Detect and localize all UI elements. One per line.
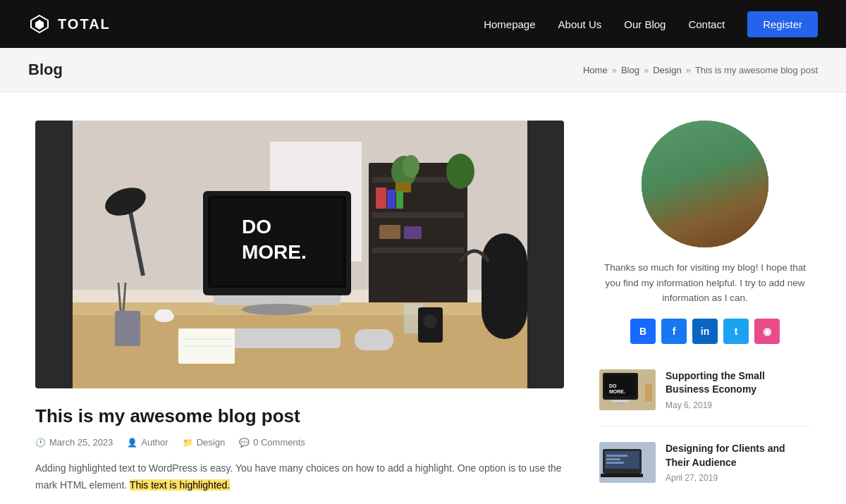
svg-rect-92: [606, 462, 624, 464]
breadcrumb-sep-1: »: [612, 65, 617, 75]
page-title: Blog: [28, 61, 63, 79]
post-author: 👤 Author: [127, 437, 168, 448]
svg-text:DO: DO: [609, 383, 617, 388]
svg-rect-85: [617, 402, 624, 404]
sidebar: Thanks so much for visiting my blog! I h…: [599, 121, 811, 504]
highlighted-text: This text is highlighted.: [130, 479, 230, 491]
breadcrumb-sep-3: »: [686, 65, 691, 75]
nav-blog[interactable]: Our Blog: [624, 18, 666, 30]
logo[interactable]: TOTAL: [28, 13, 111, 35]
breadcrumb-sep-2: »: [644, 65, 649, 75]
nav-homepage[interactable]: Homepage: [484, 18, 535, 30]
svg-rect-86: [645, 383, 652, 401]
recent-post-thumbnail-2: [599, 442, 656, 483]
post-date: 🕐 March 25, 2023: [35, 437, 113, 448]
post-title: This is my awesome blog post: [35, 405, 564, 427]
svg-marker-1: [35, 20, 44, 30]
logo-text: TOTAL: [58, 16, 111, 32]
avatar-background: [642, 121, 768, 247]
main-content: DO MORE.: [21, 92, 825, 504]
social-linkedin[interactable]: in: [692, 319, 718, 344]
nav-contact[interactable]: Contact: [688, 18, 725, 30]
svg-rect-38: [156, 309, 173, 321]
breadcrumb: Home » Blog » Design » This is my awesom…: [583, 65, 818, 75]
breadcrumb-current: This is my awesome blog post: [695, 65, 818, 75]
recent-post-title-1[interactable]: Supporting the Small Business Economy: [666, 369, 811, 397]
svg-rect-26: [214, 295, 341, 305]
clock-icon: 🕐: [35, 438, 46, 448]
recent-post-title-2[interactable]: Designing for Clients and Their Audience: [666, 442, 811, 469]
main-nav: Homepage About Us Our Blog Contact Regis…: [484, 11, 818, 37]
svg-point-44: [423, 314, 437, 328]
svg-rect-34: [115, 311, 140, 346]
thumb-1-svg: DO MORE.: [599, 369, 656, 410]
svg-rect-16: [379, 225, 400, 239]
svg-rect-42: [482, 233, 527, 339]
thumb-2-svg: [599, 442, 656, 483]
svg-rect-91: [606, 458, 620, 460]
social-behance[interactable]: B: [630, 319, 656, 344]
article-body: This is my awesome blog post 🕐 March 25,…: [35, 388, 564, 494]
recent-post-info-1: Supporting the Small Business Economy Ma…: [666, 369, 811, 410]
social-facebook[interactable]: f: [661, 319, 687, 344]
recent-post-item-2: Designing for Clients and Their Audience…: [599, 442, 811, 498]
svg-rect-93: [601, 474, 643, 477]
breadcrumb-design[interactable]: Design: [653, 65, 681, 75]
social-twitter[interactable]: t: [723, 319, 749, 344]
svg-text:MORE.: MORE.: [609, 389, 625, 394]
author-bio: Thanks so much for visiting my blog! I h…: [599, 260, 811, 306]
site-header: TOTAL Homepage About Us Our Blog Contact…: [0, 0, 846, 48]
hero-image: DO MORE.: [35, 121, 564, 388]
logo-icon: [28, 13, 51, 35]
hero-svg: DO MORE.: [73, 121, 527, 388]
register-button[interactable]: Register: [747, 11, 818, 37]
comment-icon: 💬: [239, 438, 250, 448]
breadcrumb-blog[interactable]: Blog: [621, 65, 639, 75]
svg-point-28: [242, 304, 312, 315]
author-widget: Thanks so much for visiting my blog! I h…: [599, 121, 811, 344]
social-icons: B f in t ◉: [599, 319, 811, 344]
user-icon: 👤: [127, 438, 137, 448]
recent-post-thumbnail-1: DO MORE.: [599, 369, 656, 410]
svg-point-11: [446, 154, 474, 189]
breadcrumb-home[interactable]: Home: [583, 65, 608, 75]
folder-icon: 📁: [183, 438, 193, 448]
svg-rect-30: [355, 329, 393, 350]
post-excerpt: Adding highlighted text to WordPress is …: [35, 460, 564, 494]
svg-rect-8: [372, 247, 464, 253]
svg-rect-17: [404, 226, 422, 239]
svg-point-10: [403, 155, 419, 178]
post-category: 📁 Design: [183, 437, 225, 448]
svg-rect-84: [612, 400, 629, 402]
nav-about[interactable]: About Us: [558, 18, 602, 30]
recent-posts: DO MORE. Supporting the Small Business E…: [599, 369, 811, 498]
recent-post-info-2: Designing for Clients and Their Audience…: [666, 442, 811, 483]
svg-rect-14: [387, 190, 396, 209]
svg-rect-90: [606, 455, 627, 457]
breadcrumb-bar: Blog Home » Blog » Design » This is my a…: [0, 48, 846, 92]
recent-post-date-2: April 27, 2019: [666, 473, 811, 483]
svg-text:MORE.: MORE.: [242, 241, 307, 263]
svg-rect-13: [376, 188, 386, 209]
article-column: DO MORE.: [35, 121, 564, 504]
recent-post-item: DO MORE. Supporting the Small Business E…: [599, 369, 811, 426]
svg-text:DO: DO: [242, 216, 271, 238]
svg-rect-7: [372, 212, 464, 218]
social-dribbble[interactable]: ◉: [754, 319, 780, 344]
svg-rect-12: [396, 183, 411, 192]
post-meta: 🕐 March 25, 2023 👤 Author 📁 Design 💬 0 C…: [35, 437, 564, 448]
hero-image-placeholder: DO MORE.: [35, 121, 564, 388]
author-avatar: [642, 121, 768, 247]
svg-rect-15: [396, 191, 403, 209]
post-comments: 💬 0 Comments: [239, 437, 305, 448]
recent-post-date-1: May 6, 2019: [666, 400, 811, 410]
